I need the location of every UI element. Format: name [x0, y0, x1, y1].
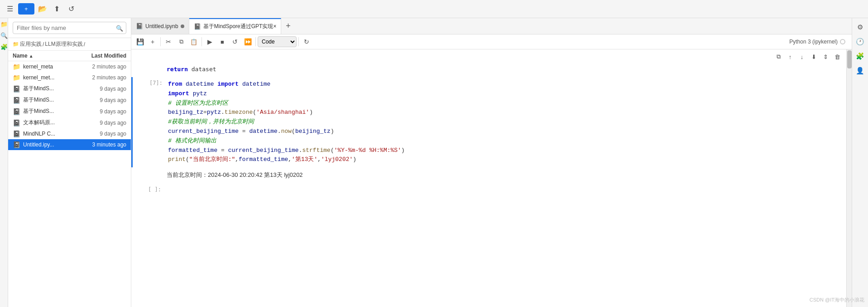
open-folder-icon[interactable]: 📂: [36, 3, 49, 15]
notebook-toolbar: 💾 + ✂ ⧉ 📋 ▶ ■ ↺ ⏩ Code Markdown Raw ↻ Py…: [131, 34, 852, 49]
puzzle-icon[interactable]: 🧩: [854, 50, 867, 63]
notebook-icon: 📓: [13, 108, 20, 115]
list-item[interactable]: 📓 基于MindS... 9 days ago: [8, 106, 131, 117]
extensions-nav-icon[interactable]: 🧩: [0, 44, 8, 50]
new-plus-icon: +: [24, 5, 28, 12]
search-icon: 🔍: [116, 24, 123, 31]
cell-label: [131, 169, 163, 181]
watermark: CSDN @IT海中的小浪花: [810, 297, 864, 303]
list-item[interactable]: 📁 kernel_meta 2 minutes ago: [8, 61, 131, 72]
tab-add-button[interactable]: +: [281, 18, 295, 34]
file-search-input[interactable]: [13, 22, 126, 34]
file-list-header: Name ▲ Last Modified: [8, 51, 131, 61]
breadcrumb-part1[interactable]: 应用实践: [20, 40, 42, 48]
right-sidebar: ⚙ 🕐 🧩 👤: [852, 18, 868, 307]
modified-column-header[interactable]: Last Modified: [77, 53, 126, 59]
cell-empty-body[interactable]: [163, 184, 852, 196]
output-cell: return dataset: [131, 62, 852, 76]
folder-nav-icon[interactable]: 📁: [0, 21, 8, 28]
tab-bar: 📓 Untitled.ipynb 📓 基于MindSpore通过GPT实现× +: [131, 18, 852, 34]
tab-mindspore[interactable]: 📓 基于MindSpore通过GPT实现×: [189, 18, 282, 34]
cell-toolbar: ⧉ ↑ ↓ ⬇ ⇕ 🗑: [131, 49, 852, 62]
list-item[interactable]: 📓 基于MindS... 9 days ago: [8, 83, 131, 94]
tab-notebook-icon: 📓: [136, 23, 143, 29]
file-name: 基于MindS...: [23, 107, 77, 115]
person-icon[interactable]: 👤: [854, 64, 867, 77]
notebook-icon: 📓: [13, 119, 20, 127]
file-browser-sidebar: 🔍 📁 应用实践 / LLM原理和实践 / Name ▲ Last Modifi…: [8, 18, 131, 307]
cell-label: [131, 64, 163, 74]
toolbar-separator4: [298, 37, 299, 46]
cell-execution-label: [7]:: [133, 77, 164, 167]
file-name: kernel_met...: [23, 74, 77, 81]
cell-move-button[interactable]: ⇕: [820, 51, 831, 62]
list-item[interactable]: 📓 Untitled.ipy... 3 minutes ago: [8, 139, 131, 150]
folder-icon: 📁: [13, 41, 19, 47]
add-cell-button[interactable]: +: [147, 36, 158, 48]
tab-label: 基于MindSpore通过GPT实现×: [203, 23, 277, 30]
file-name: 文本解码原...: [23, 119, 77, 127]
copy-button[interactable]: ⧉: [175, 36, 187, 48]
breadcrumb-part2[interactable]: LLM原理和实践: [45, 40, 82, 48]
list-item[interactable]: 📁 kernel_met... 2 minutes ago: [8, 72, 131, 83]
folder-icon: 📁: [13, 74, 20, 81]
file-modified: 2 minutes ago: [77, 63, 126, 70]
file-modified: 2 minutes ago: [77, 74, 126, 81]
output-cell-2: 当前北京时间：2024-06-30 20:20:42 第13天 lyj0202: [131, 168, 852, 182]
new-button[interactable]: +: [18, 3, 34, 15]
file-name: 基于MindS...: [23, 85, 77, 93]
left-mini-sidebar: 📁 🔍 🧩: [0, 18, 8, 307]
clock-icon[interactable]: 🕐: [854, 35, 867, 48]
run-button[interactable]: ▶: [204, 36, 216, 48]
tab-dot: [181, 24, 184, 28]
notebook-icon: 📓: [13, 97, 20, 104]
toolbar-separator3: [255, 37, 256, 46]
file-modified: 3 minutes ago: [77, 141, 126, 148]
file-name: kernel_meta: [23, 63, 77, 70]
cell-copy-button[interactable]: ⧉: [773, 51, 784, 62]
notebook-icon: 📓: [13, 141, 20, 148]
refresh-icon[interactable]: ↺: [65, 3, 78, 15]
kernel-label: Python 3 (ipykernel): [789, 39, 838, 45]
refresh-kernel-button[interactable]: ↻: [301, 36, 312, 48]
upload-icon[interactable]: ⬆: [51, 3, 63, 15]
left-panel-icon[interactable]: ☰: [4, 3, 16, 15]
notebook-icon: 📓: [13, 130, 20, 137]
cell-body[interactable]: return dataset: [163, 64, 852, 74]
list-item[interactable]: 📓 基于MindS... 9 days ago: [8, 94, 131, 106]
sort-asc-icon: ▲: [29, 54, 34, 58]
cell-download-button[interactable]: ⬇: [808, 51, 819, 62]
save-button[interactable]: 💾: [134, 36, 146, 48]
notebook-icon: 📓: [13, 85, 20, 93]
cell-output-body: 当前北京时间：2024-06-30 20:20:42 第13天 lyj0202: [163, 169, 852, 181]
cut-button[interactable]: ✂: [163, 36, 174, 48]
stop-button[interactable]: ■: [216, 36, 228, 48]
cell-type-select[interactable]: Code Markdown Raw: [258, 36, 297, 47]
toolbar-separator2: [201, 37, 202, 46]
file-name: MindNLP C...: [23, 131, 77, 137]
paste-button[interactable]: 📋: [188, 36, 200, 48]
cell-code-body[interactable]: from datetime import datetime import pyt…: [164, 77, 852, 167]
settings-icon[interactable]: ⚙: [854, 21, 867, 34]
list-item[interactable]: 📓 MindNLP C... 9 days ago: [8, 128, 131, 139]
tab-untitled[interactable]: 📓 Untitled.ipynb: [131, 18, 189, 34]
fast-forward-button[interactable]: ⏩: [242, 36, 254, 48]
restart-button[interactable]: ↺: [229, 36, 241, 48]
empty-cell[interactable]: [ ]:: [131, 184, 852, 196]
folder-icon: 📁: [13, 63, 20, 70]
notebook-content: ⧉ ↑ ↓ ⬇ ⇕ 🗑 return dataset [7]: from dat…: [131, 49, 852, 307]
toolbar-separator: [160, 37, 161, 46]
cell-down-button[interactable]: ↓: [796, 51, 807, 62]
file-name: Untitled.ipy...: [23, 141, 77, 148]
file-modified: 9 days ago: [77, 86, 126, 92]
file-list: 📁 kernel_meta 2 minutes ago 📁 kernel_met…: [8, 61, 131, 307]
list-item[interactable]: 📓 文本解码原... 9 days ago: [8, 117, 131, 128]
file-modified: 9 days ago: [77, 120, 126, 126]
search-nav-icon[interactable]: 🔍: [0, 32, 8, 39]
cell-label: [ ]:: [131, 184, 163, 196]
cell-up-button[interactable]: ↑: [785, 51, 796, 62]
tab-notebook-icon: 📓: [194, 23, 201, 30]
name-column-header[interactable]: Name ▲: [13, 53, 77, 59]
cell-delete-button[interactable]: 🗑: [832, 51, 843, 62]
file-modified: 9 days ago: [77, 108, 126, 115]
